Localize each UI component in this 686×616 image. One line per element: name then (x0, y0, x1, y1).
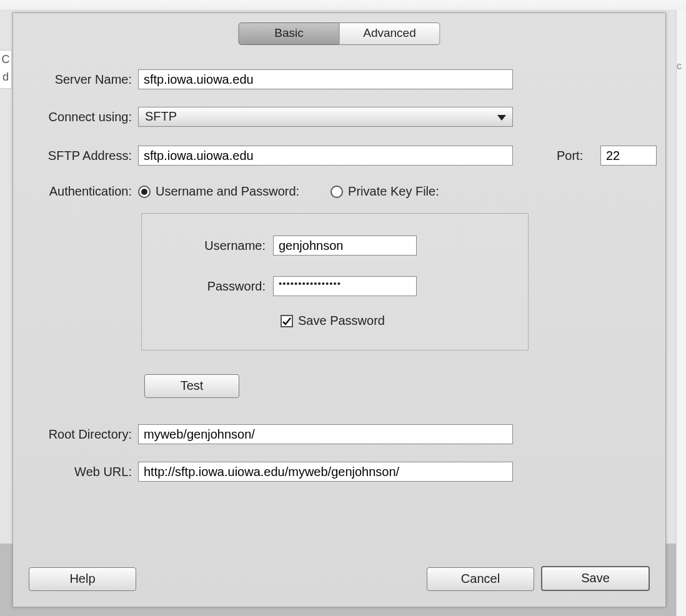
help-button[interactable]: Help (29, 567, 136, 591)
connect-using-value: SFTP (145, 109, 177, 123)
radio-username-password-label: Username and Password: (156, 184, 299, 199)
save-password-label: Save Password (298, 314, 385, 328)
checkmark-icon (282, 316, 292, 326)
tab-advanced[interactable]: Advanced (340, 22, 440, 45)
tab-basic[interactable]: Basic (239, 22, 340, 45)
view-segmented-control: Basic Advanced (239, 22, 440, 45)
server-settings-panel: Basic Advanced Server Name: Connect usin… (12, 12, 666, 607)
save-password-checkbox[interactable] (281, 315, 293, 327)
root-directory-label: Root Directory: (13, 427, 138, 442)
root-directory-input[interactable] (138, 424, 513, 444)
credentials-group: Username: Password: •••••••••••••••• Sav… (141, 213, 529, 350)
web-url-input[interactable] (138, 462, 513, 482)
sftp-address-label: SFTP Address: (13, 149, 138, 163)
radio-private-key-file[interactable] (331, 186, 343, 198)
chevron-down-icon (497, 115, 506, 121)
dialog-button-bar: Help Cancel Save (13, 557, 665, 607)
username-label: Username: (142, 239, 273, 253)
connect-using-label: Connect using: (13, 110, 138, 124)
password-input[interactable]: •••••••••••••••• (273, 276, 417, 296)
server-name-input[interactable] (138, 69, 513, 89)
port-label: Port: (557, 149, 583, 163)
server-name-label: Server Name: (13, 72, 138, 87)
radio-private-key-file-label: Private Key File: (348, 184, 439, 199)
modal-titlebar (0, 0, 686, 11)
username-input[interactable] (273, 236, 417, 256)
test-button[interactable]: Test (144, 374, 239, 398)
port-input[interactable] (600, 146, 657, 166)
background-right-column: c (676, 10, 686, 616)
save-button[interactable]: Save (541, 566, 650, 591)
radio-username-password[interactable] (138, 186, 151, 198)
sftp-address-input[interactable] (138, 146, 513, 166)
cancel-button[interactable]: Cancel (427, 567, 534, 591)
connect-using-select[interactable]: SFTP (138, 107, 513, 127)
background-left-strip: Cd (0, 50, 12, 89)
web-url-label: Web URL: (13, 465, 138, 479)
authentication-label: Authentication: (13, 184, 138, 199)
password-label: Password: (142, 279, 273, 294)
